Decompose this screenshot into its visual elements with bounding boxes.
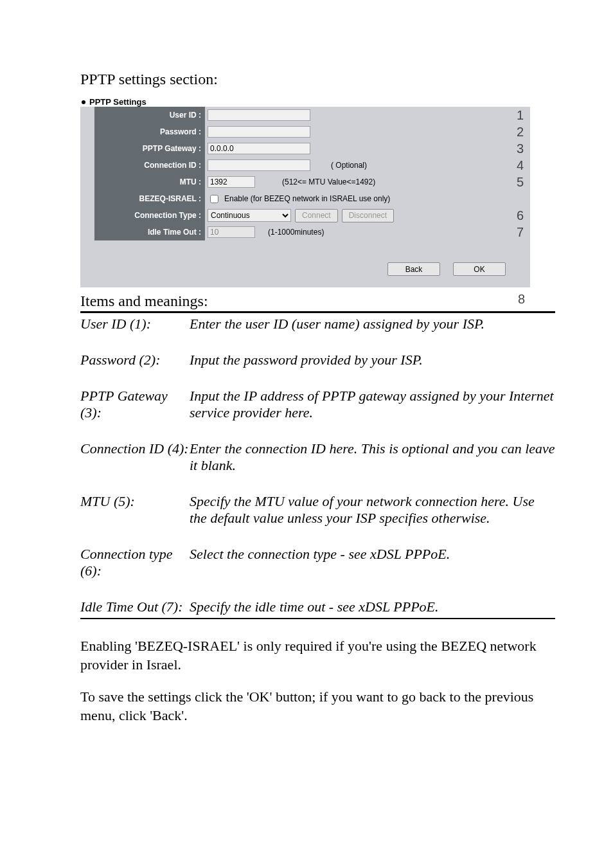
disconnect-button[interactable]: Disconnect [342, 209, 394, 222]
mtu-hint: (512<= MTU Value<=1492) [282, 177, 375, 186]
bezeq-hint: Enable (for BEZEQ network in ISRAEL use … [224, 194, 390, 203]
row-connection-type: Connection Type : Continuous Connect Dis… [94, 207, 530, 224]
connection-id-hint: ( Optional) [331, 161, 367, 170]
table-row: Connection type (6):Select the connectio… [80, 546, 555, 599]
screenshot-heading: PPTP Settings [89, 97, 147, 107]
back-button[interactable]: Back [387, 262, 440, 276]
desc: Select the connection type - see xDSL PP… [190, 546, 555, 599]
connect-button[interactable]: Connect [295, 209, 338, 222]
table-row: PPTP Gateway (3):Input the IP address of… [80, 388, 555, 440]
term: Idle Time Out (7): [80, 599, 190, 618]
gateway-input[interactable] [208, 143, 310, 154]
label-connection-type: Connection Type : [94, 207, 205, 224]
label-idle: Idle Time Out : [94, 224, 205, 240]
ok-button[interactable]: OK [453, 262, 506, 276]
items-heading: Items and meanings: [80, 293, 555, 312]
desc: Enter the user ID (user name) assigned b… [190, 316, 555, 352]
row-mtu: MTU : (512<= MTU Value<=1492) 5 [94, 174, 530, 190]
mtu-input[interactable] [208, 176, 255, 188]
pptp-settings-screenshot: PPTP Settings User ID : 1 Password : 2 P… [80, 96, 530, 287]
desc: Specify the idle time out - see xDSL PPP… [190, 599, 555, 618]
bezeq-checkbox[interactable] [210, 195, 218, 203]
desc: Input the password provided by your ISP. [190, 352, 555, 388]
table-row: Connection ID (4):Enter the connection I… [80, 440, 555, 493]
connection-type-select[interactable]: Continuous [208, 209, 291, 222]
marker-5: 5 [517, 175, 524, 190]
term: PPTP Gateway (3): [80, 388, 190, 440]
marker-4: 4 [517, 158, 524, 173]
term: Password (2): [80, 352, 190, 388]
section-title: PPTP settings section: [80, 71, 555, 88]
label-connection-id: Connection ID : [94, 157, 205, 174]
marker-3: 3 [517, 141, 524, 156]
bullet-icon [82, 100, 85, 104]
desc: Enter the connection ID here. This is op… [190, 440, 555, 493]
label-gateway: PPTP Gateway : [94, 140, 205, 157]
marker-7: 7 [517, 225, 524, 240]
tail-paragraph-1: Enabling 'BEZEQ-ISRAEL' is only required… [80, 637, 555, 674]
table-row: MTU (5):Specify the MTU value of your ne… [80, 493, 555, 546]
tail-paragraph-2: To save the settings click the 'OK' butt… [80, 688, 555, 725]
password-input[interactable] [208, 126, 310, 138]
label-bezeq: BEZEQ-ISRAEL : [94, 190, 205, 207]
term: Connection type (6): [80, 546, 190, 599]
marker-6: 6 [517, 208, 524, 223]
row-password: Password : 2 [94, 123, 530, 140]
idle-hint: (1-1000minutes) [268, 228, 324, 237]
row-bezeq: BEZEQ-ISRAEL : Enable (for BEZEQ network… [94, 190, 530, 207]
term: Connection ID (4): [80, 440, 190, 493]
term: MTU (5): [80, 493, 190, 546]
marker-1: 1 [517, 108, 524, 123]
row-gateway: PPTP Gateway : 3 [94, 140, 530, 157]
marker-2: 2 [517, 125, 524, 140]
idle-input[interactable] [208, 226, 255, 238]
row-connection-id: Connection ID : ( Optional) 4 [94, 157, 530, 174]
definitions-table: User ID (1):Enter the user ID (user name… [80, 316, 555, 618]
table-row: Idle Time Out (7):Specify the idle time … [80, 599, 555, 618]
term: User ID (1): [80, 316, 190, 352]
connection-id-input[interactable] [208, 159, 310, 171]
user-id-input[interactable] [208, 109, 310, 121]
row-idle: Idle Time Out : (1-1000minutes) 7 [94, 224, 530, 240]
label-mtu: MTU : [94, 174, 205, 190]
table-row: Password (2):Input the password provided… [80, 352, 555, 388]
label-user-id: User ID : [94, 107, 205, 123]
label-password: Password : [94, 123, 205, 140]
desc: Specify the MTU value of your network co… [190, 493, 555, 546]
row-user-id: User ID : 1 [94, 107, 530, 123]
desc: Input the IP address of PPTP gateway ass… [190, 388, 555, 440]
table-row: User ID (1):Enter the user ID (user name… [80, 316, 555, 352]
